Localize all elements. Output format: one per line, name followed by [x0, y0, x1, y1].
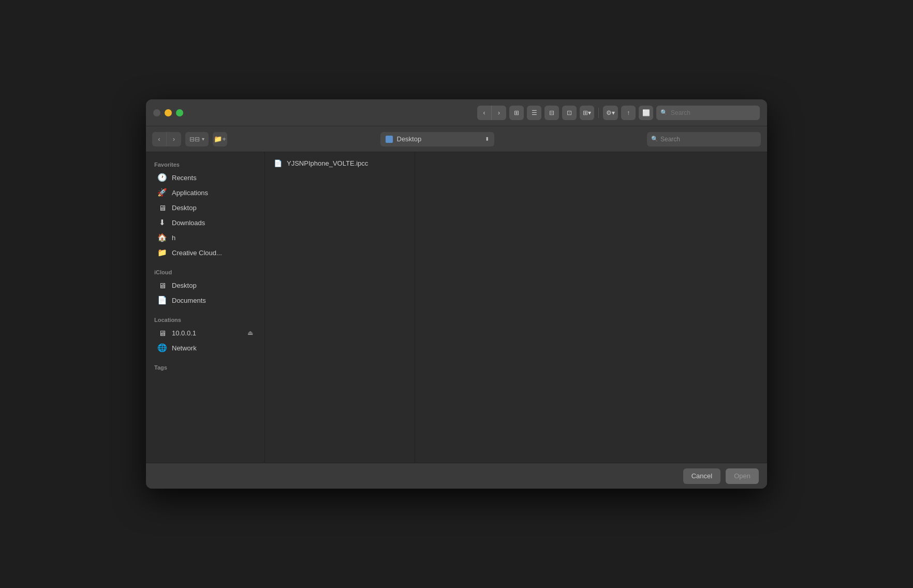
sidebar-item-h-label: h [172, 234, 253, 242]
network-ip-icon: 🖥 [157, 328, 167, 337]
sidebar-item-applications[interactable]: 🚀 Applications [149, 185, 261, 200]
file-area-content: 📄 YJSNPIphone_VOLTE.ipcc [265, 152, 767, 463]
sidebar-item-creative-cloud[interactable]: 📁 Creative Cloud... [149, 245, 261, 260]
sidebar-item-network-ip[interactable]: 🖥 10.0.0.1 ⏏ [149, 326, 261, 340]
forward-button[interactable]: › [492, 106, 506, 120]
file-item[interactable]: 📄 YJSNPIphone_VOLTE.ipcc [267, 156, 413, 170]
downloads-icon: ⬇ [157, 218, 167, 227]
file-area: 📄 YJSNPIphone_VOLTE.ipcc [265, 152, 767, 463]
view-columns-icon: ⊟⊟ [189, 136, 200, 143]
finder-search-wrapper: 🔍 [647, 132, 761, 146]
back-button[interactable]: ‹ [477, 106, 492, 120]
creative-cloud-icon: 📁 [157, 248, 167, 257]
share-button[interactable]: ↑ [621, 106, 636, 120]
sidebar-item-network-ip-label: 10.0.0.1 [172, 329, 242, 337]
h-folder-icon: 🏠 [157, 233, 167, 242]
close-button[interactable] [153, 109, 160, 116]
minimize-button[interactable] [165, 109, 172, 116]
view-column-button[interactable]: ⊟ [544, 106, 559, 120]
view-cover-button[interactable]: ⊡ [562, 106, 577, 120]
location-inner: Desktop [386, 135, 422, 143]
traffic-lights [153, 109, 183, 116]
icloud-desktop-icon: 🖥 [157, 281, 167, 290]
preview-pane [415, 152, 767, 463]
location-selector[interactable]: Desktop ⬍ [380, 132, 494, 146]
title-bar-controls: ‹ › ⊞ ☰ ⊟ ⊡ ⊞▾ ⚙▾ ↑ ⬜ 🔍 [477, 106, 760, 120]
file-list-pane: 📄 YJSNPIphone_VOLTE.ipcc [265, 152, 415, 463]
sidebar: Favorites 🕐 Recents 🚀 Applications 🖥 Des… [146, 152, 265, 463]
file-name: YJSNPIphone_VOLTE.ipcc [287, 159, 368, 167]
applications-icon: 🚀 [157, 188, 167, 197]
sidebar-item-downloads-label: Downloads [172, 219, 253, 227]
action-button[interactable]: ⚙▾ [603, 106, 618, 120]
maximize-button[interactable] [176, 109, 183, 116]
add-folder-icon: 📁+ [214, 135, 226, 143]
toolbar-separator [598, 108, 599, 118]
sidebar-item-network-label: Network [172, 344, 253, 352]
sidebar-item-icloud-desktop[interactable]: 🖥 Desktop [149, 278, 261, 292]
title-search-wrapper: 🔍 [656, 106, 760, 120]
locations-header: Locations [146, 313, 264, 325]
sidebar-item-desktop[interactable]: 🖥 Desktop [149, 200, 261, 215]
icloud-documents-icon: 📄 [157, 296, 167, 305]
sidebar-item-icloud-documents-label: Documents [172, 297, 253, 304]
sidebar-item-recents[interactable]: 🕐 Recents [149, 170, 261, 185]
network-icon: 🌐 [157, 343, 167, 352]
favorites-header: Favorites [146, 157, 264, 170]
location-chevron-icon: ⬍ [485, 136, 489, 142]
icloud-header: iCloud [146, 265, 264, 277]
tag-button[interactable]: ⬜ [639, 106, 653, 120]
tags-header: Tags [146, 360, 264, 373]
add-folder-button[interactable]: 📁+ [213, 132, 227, 146]
sidebar-item-recents-label: Recents [172, 174, 253, 182]
desktop-icon: 🖥 [157, 203, 167, 212]
sidebar-item-applications-label: Applications [172, 189, 253, 197]
location-label: Desktop [397, 135, 422, 143]
view-list-button[interactable]: ☰ [527, 106, 541, 120]
desktop-location-icon [386, 136, 393, 143]
finder-dialog: ‹ › ⊟⊟ ▾ 📁+ Desktop ⬍ 🔍 [146, 126, 767, 489]
cancel-button[interactable]: Cancel [683, 468, 720, 484]
location-bar: Desktop ⬍ [231, 132, 643, 146]
nav-group: ‹ › [477, 106, 506, 120]
finder-main: Favorites 🕐 Recents 🚀 Applications 🖥 Des… [146, 152, 767, 463]
title-bar: ‹ › ⊞ ☰ ⊟ ⊡ ⊞▾ ⚙▾ ↑ ⬜ 🔍 [146, 99, 767, 126]
file-icon: 📄 [273, 158, 283, 168]
view-combo-button[interactable]: ⊞▾ [580, 106, 594, 120]
sidebar-item-downloads[interactable]: ⬇ Downloads [149, 215, 261, 230]
sidebar-item-h[interactable]: 🏠 h [149, 230, 261, 245]
sidebar-item-icloud-desktop-label: Desktop [172, 282, 253, 289]
recents-icon: 🕐 [157, 173, 167, 182]
finder-nav-group: ‹ › [152, 132, 181, 146]
title-search-icon: 🔍 [660, 109, 668, 116]
title-search-input[interactable] [656, 106, 760, 120]
finder-view-toggle[interactable]: ⊟⊟ ▾ [185, 132, 209, 146]
outer-window: ‹ › ⊞ ☰ ⊟ ⊡ ⊞▾ ⚙▾ ↑ ⬜ 🔍 ‹ › [146, 99, 767, 489]
finder-bottom: Cancel Open [146, 463, 767, 489]
finder-search-input[interactable] [647, 132, 761, 146]
open-button[interactable]: Open [726, 468, 759, 484]
sidebar-item-creative-cloud-label: Creative Cloud... [172, 249, 253, 257]
finder-back-button[interactable]: ‹ [152, 132, 167, 146]
view-chevron-icon: ▾ [202, 136, 204, 142]
eject-icon[interactable]: ⏏ [247, 329, 253, 336]
sidebar-item-network[interactable]: 🌐 Network [149, 341, 261, 355]
finder-search-icon: 🔍 [651, 136, 658, 142]
view-grid-button[interactable]: ⊞ [509, 106, 524, 120]
sidebar-item-desktop-label: Desktop [172, 204, 253, 212]
sidebar-item-icloud-documents[interactable]: 📄 Documents [149, 293, 261, 307]
finder-forward-button[interactable]: › [167, 132, 181, 146]
finder-toolbar: ‹ › ⊟⊟ ▾ 📁+ Desktop ⬍ 🔍 [146, 126, 767, 152]
